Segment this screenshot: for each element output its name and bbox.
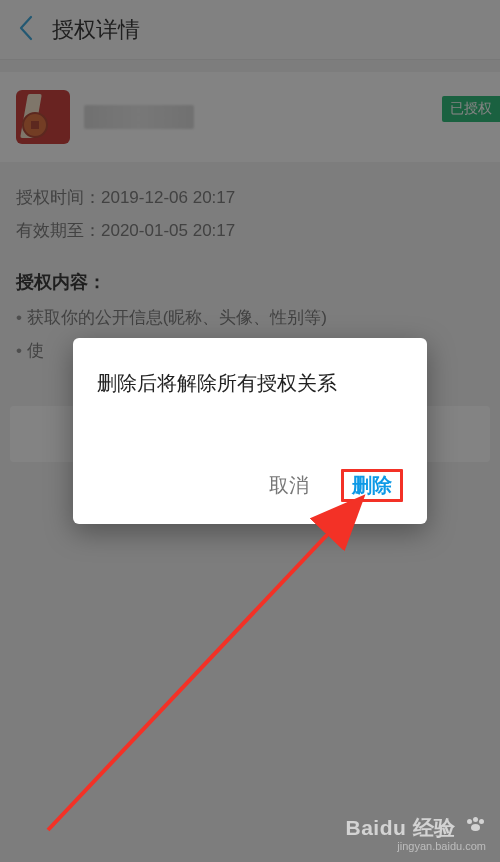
dialog-message: 删除后将解除所有授权关系 [73, 338, 427, 469]
confirm-dialog: 删除后将解除所有授权关系 取消 删除 [73, 338, 427, 524]
cancel-button[interactable]: 取消 [269, 469, 309, 502]
dialog-actions: 取消 删除 [73, 469, 427, 524]
delete-button[interactable]: 删除 [341, 469, 403, 502]
